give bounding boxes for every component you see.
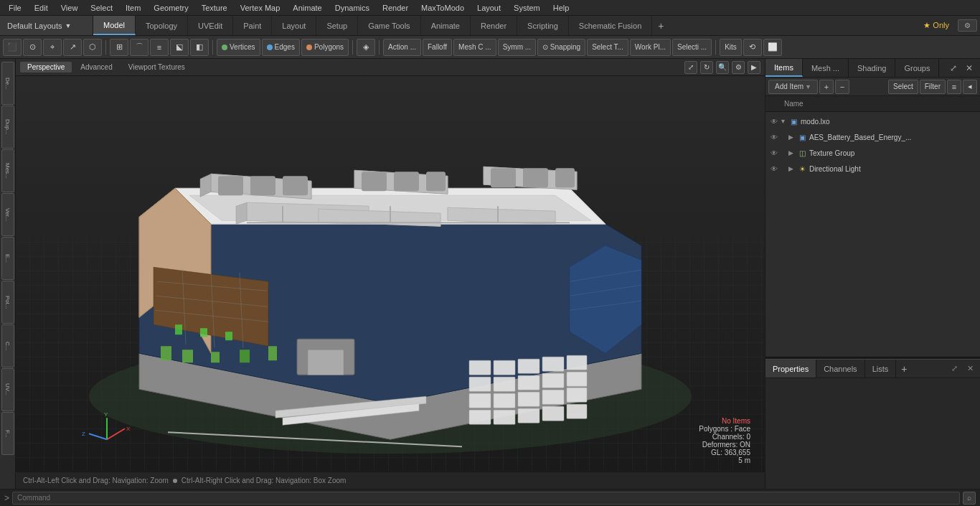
tab-layout[interactable]: Layout bbox=[272, 16, 316, 35]
viewport-maximize[interactable]: ⤢ bbox=[684, 61, 697, 74]
viewport-search[interactable]: 🔍 bbox=[716, 61, 729, 74]
menu-file[interactable]: File bbox=[3, 2, 27, 14]
panel-tab-groups[interactable]: Groups bbox=[895, 59, 939, 77]
tab-paint[interactable]: Paint bbox=[233, 16, 272, 35]
tool-wire[interactable]: ⬕ bbox=[170, 39, 189, 56]
props-expand-icon[interactable]: ⤢ bbox=[947, 362, 961, 376]
menu-render[interactable]: Render bbox=[377, 2, 414, 14]
props-tab-properties[interactable]: Properties bbox=[765, 360, 816, 378]
tool-snapping[interactable]: ⊙ Snapping bbox=[537, 39, 585, 56]
tool-fullscreen[interactable]: ⬜ bbox=[763, 39, 782, 56]
menu-view[interactable]: View bbox=[55, 2, 84, 14]
tab-render[interactable]: Render bbox=[471, 16, 517, 35]
tree-arrow-modo-lxo[interactable]: ▼ bbox=[780, 118, 788, 125]
menu-maxtomodo[interactable]: MaxToModo bbox=[415, 2, 470, 14]
tree-arrow-light[interactable]: ▶ bbox=[788, 165, 797, 172]
menu-dynamics[interactable]: Dynamics bbox=[329, 2, 375, 14]
viewport-settings[interactable]: ⚙ bbox=[732, 61, 745, 74]
tool-expand[interactable]: ⟲ bbox=[743, 39, 762, 56]
viewport[interactable]: X Y Z No Items Polygons : Face Channels:… bbox=[16, 76, 765, 472]
tool-symm[interactable]: Symm ... bbox=[498, 39, 536, 56]
tool-shade[interactable]: ◧ bbox=[190, 39, 209, 56]
panel-expand-icon[interactable]: ⤢ bbox=[946, 60, 961, 76]
tool-mesh-c[interactable]: Mesh C ... bbox=[453, 39, 496, 56]
tree-item-modo-lxo[interactable]: 👁 ▼ ▣ modo.lxo bbox=[765, 113, 980, 129]
items-collapse-button[interactable]: ◂ bbox=[963, 80, 977, 94]
tab-uvedit[interactable]: UVEdit bbox=[188, 16, 233, 35]
tool-scale[interactable]: ⌖ bbox=[43, 39, 62, 56]
items-more-button[interactable]: ≡ bbox=[947, 80, 961, 94]
visibility-toggle-texture[interactable]: 👁 bbox=[768, 147, 780, 159]
tool-kits[interactable]: Kits bbox=[720, 39, 742, 56]
tool-move[interactable]: ↗ bbox=[63, 39, 82, 56]
tool-poly[interactable]: ⬡ bbox=[83, 39, 102, 56]
menu-item[interactable]: Item bbox=[120, 2, 146, 14]
panel-tab-shading[interactable]: Shading bbox=[849, 59, 895, 77]
panel-tab-mesh[interactable]: Mesh ... bbox=[803, 59, 849, 77]
tool-edges[interactable]: Edges bbox=[262, 39, 300, 56]
viewport-tab-textures[interactable]: Viewport Textures bbox=[121, 62, 192, 72]
tree-arrow-texture[interactable]: ▶ bbox=[788, 149, 797, 156]
menu-vertex-map[interactable]: Vertex Map bbox=[235, 2, 286, 14]
tree-item-directional-light[interactable]: 👁 ▶ ☀ Directional Light bbox=[765, 161, 980, 177]
menu-system[interactable]: System bbox=[508, 2, 546, 14]
items-action-add[interactable]: + bbox=[819, 80, 834, 94]
sidebar-tool-c[interactable]: C... bbox=[1, 324, 14, 367]
tool-falloff[interactable]: Falloff bbox=[423, 39, 452, 56]
props-add-button[interactable]: + bbox=[896, 361, 912, 377]
layout-settings-button[interactable]: ⚙ bbox=[958, 19, 977, 32]
props-tab-lists[interactable]: Lists bbox=[865, 360, 897, 378]
tool-rotate[interactable]: ⊙ bbox=[23, 39, 42, 56]
sidebar-tool-e[interactable]: E... bbox=[1, 237, 14, 280]
visibility-toggle-modo-lxo[interactable]: 👁 bbox=[768, 116, 780, 127]
menu-select[interactable]: Select bbox=[85, 2, 118, 14]
viewport-tab-perspective[interactable]: Perspective bbox=[20, 62, 72, 72]
menu-animate[interactable]: Animate bbox=[287, 2, 327, 14]
tool-select-t[interactable]: Select T... bbox=[587, 39, 628, 56]
menu-edit[interactable]: Edit bbox=[29, 2, 54, 14]
tool-work-pl[interactable]: Work Pl... bbox=[630, 39, 671, 56]
command-input[interactable] bbox=[12, 492, 960, 505]
tab-topology[interactable]: Topology bbox=[136, 16, 188, 35]
props-tab-channels[interactable]: Channels bbox=[816, 360, 864, 378]
tree-item-texture-group[interactable]: 👁 ▶ ◫ Texture Group bbox=[765, 145, 980, 161]
visibility-toggle-light[interactable]: 👁 bbox=[768, 163, 780, 174]
add-tab-button[interactable]: + bbox=[652, 16, 669, 35]
sidebar-tool-de[interactable]: De... bbox=[1, 62, 14, 105]
tab-game-tools[interactable]: Game Tools bbox=[358, 16, 421, 35]
sidebar-tool-ver[interactable]: Ver... bbox=[1, 193, 14, 236]
add-item-button[interactable]: Add Item ▼ bbox=[768, 80, 818, 94]
sidebar-tool-dup[interactable]: Dup... bbox=[1, 106, 14, 149]
menu-geometry[interactable]: Geometry bbox=[148, 2, 194, 14]
sidebar-tool-f[interactable]: F... bbox=[1, 412, 14, 455]
tool-snap[interactable]: ⌒ bbox=[130, 39, 149, 56]
viewport-tab-advanced[interactable]: Advanced bbox=[73, 62, 119, 72]
items-select-button[interactable]: Select bbox=[888, 80, 918, 94]
tree-item-aes-battery[interactable]: 👁 ▶ ▣ AES_Battery_Based_Energy_... bbox=[765, 129, 980, 145]
tool-polygons[interactable]: Polygons bbox=[301, 39, 349, 56]
tool-selecti[interactable]: Selecti ... bbox=[672, 39, 712, 56]
tab-setup[interactable]: Setup bbox=[316, 16, 358, 35]
tool-sym[interactable]: ≡ bbox=[150, 39, 169, 56]
visibility-toggle-aes[interactable]: 👁 bbox=[768, 131, 780, 143]
tool-mode[interactable]: ◈ bbox=[357, 39, 375, 56]
sidebar-tool-uv[interactable]: UV... bbox=[1, 368, 14, 411]
tool-transform[interactable]: ⬛ bbox=[3, 39, 22, 56]
panel-tab-items[interactable]: Items bbox=[765, 59, 803, 77]
props-close-icon[interactable]: ✕ bbox=[963, 362, 977, 376]
tab-animate[interactable]: Animate bbox=[421, 16, 471, 35]
panel-close-icon[interactable]: ✕ bbox=[961, 60, 977, 76]
tool-grid[interactable]: ⊞ bbox=[110, 39, 128, 56]
items-filter-button[interactable]: Filter bbox=[920, 80, 946, 94]
tree-arrow-aes[interactable]: ▶ bbox=[788, 133, 797, 141]
sidebar-tool-pol[interactable]: Pol... bbox=[1, 281, 14, 324]
menu-help[interactable]: Help bbox=[547, 2, 575, 14]
tab-schematic-fusion[interactable]: Schematic Fusion bbox=[569, 16, 652, 35]
tab-model[interactable]: Model bbox=[93, 16, 136, 35]
viewport-refresh[interactable]: ↻ bbox=[700, 61, 713, 74]
tool-vertices[interactable]: Vertices bbox=[217, 39, 260, 56]
command-search-icon[interactable]: ⌕ bbox=[963, 492, 976, 505]
menu-layout[interactable]: Layout bbox=[471, 2, 507, 14]
viewport-more[interactable]: ▶ bbox=[748, 61, 760, 74]
tab-scripting[interactable]: Scripting bbox=[517, 16, 569, 35]
